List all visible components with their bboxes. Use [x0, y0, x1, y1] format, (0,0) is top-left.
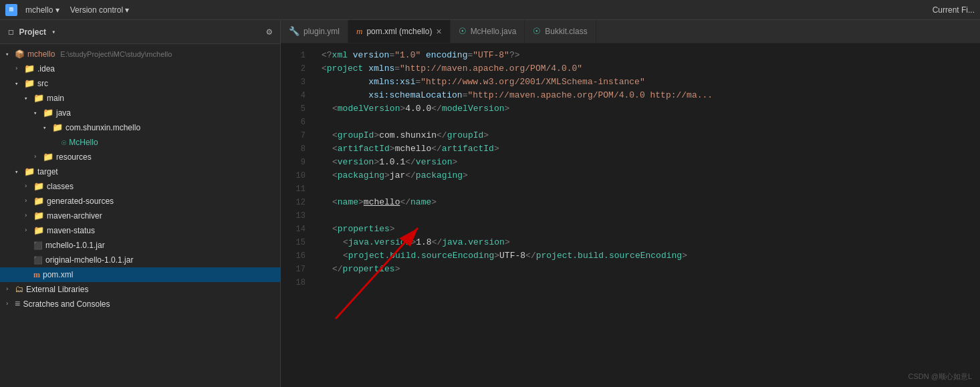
- menu-mchello[interactable]: mchello ▾: [25, 5, 59, 15]
- sidebar-title-arrow: ▾: [51, 28, 55, 36]
- tree-item-scratches[interactable]: › ≡ Scratches and Consoles: [0, 297, 280, 311]
- code-line-16: <project.build.sourceEncoding>UTF-8</pro…: [322, 249, 980, 263]
- label-idea: .idea: [37, 64, 55, 74]
- code-span: mchello: [364, 197, 400, 207]
- tree-item-resources[interactable]: › 📁 resources: [0, 150, 280, 164]
- code-span: xmlns:xsi: [368, 77, 415, 87]
- code-line-6: [322, 116, 980, 129]
- tree-item-maven-archiver[interactable]: › 📁 maven-archiver: [0, 209, 280, 223]
- icon-idea: 📁: [24, 63, 35, 74]
- code-span: com.shunxin: [379, 130, 437, 140]
- tree-item-main[interactable]: ▾ 📁 main: [0, 91, 280, 106]
- code-span: 4.0.0: [405, 104, 431, 114]
- code-span: <: [343, 237, 348, 247]
- code-span: version: [416, 157, 453, 167]
- label-mchello-path: E:\studyProject\iMC\study\mchello: [60, 50, 172, 58]
- tree-item-ext-libs[interactable]: › 🗂 External Libraries: [0, 282, 280, 297]
- code-span: <: [332, 104, 338, 114]
- icon-jar2: ⬛: [33, 256, 43, 265]
- arrow-resources: ›: [33, 154, 40, 160]
- tab-pom-xml[interactable]: m pom.xml (mchello) ×: [348, 20, 451, 43]
- label-mchello-class: McHello: [69, 138, 98, 147]
- tab-close-pom[interactable]: ×: [436, 26, 441, 37]
- tab-mchello-java[interactable]: ☉ McHello.java: [451, 20, 525, 43]
- tab-icon-class: ☉: [533, 26, 541, 36]
- code-span: <: [332, 157, 338, 167]
- code-span: >: [505, 237, 510, 247]
- code-line-1: <?xml version="1.0" encoding="UTF-8"?>: [322, 49, 980, 62]
- tab-plugin-yml[interactable]: 🔧 plugin.yml: [281, 20, 348, 43]
- tab-icon-pom: m: [356, 26, 362, 37]
- tree-item-maven-status[interactable]: › 📁 maven-status: [0, 223, 280, 238]
- code-span: <: [332, 170, 338, 180]
- tree-item-target[interactable]: ▾ 📁 target: [0, 164, 280, 179]
- code-span: >: [390, 224, 395, 234]
- tree-item-mchello-class[interactable]: ☉ McHello: [0, 135, 280, 150]
- arrow-ext-libs: ›: [5, 286, 12, 293]
- code-span: 1.0.1: [379, 157, 405, 167]
- code-line-2: <project xmlns="http://maven.apache.org/…: [322, 62, 980, 76]
- code-span: groupId: [447, 130, 484, 140]
- tab-bukkit-class[interactable]: ☉ Bukkit.class: [525, 20, 596, 43]
- code-span: >: [358, 197, 364, 207]
- tree-item-package[interactable]: ▾ 📁 com.shunxin.mchello: [0, 120, 280, 135]
- line-num-6: 6: [281, 116, 311, 129]
- label-java: java: [56, 108, 71, 118]
- code-span: packaging: [338, 170, 384, 180]
- code-span: "http://www.w3.org/2001/XMLSchema-instan…: [420, 77, 644, 87]
- tree-item-jar2[interactable]: ⬛ original-mchello-1.0.1.jar: [0, 253, 280, 267]
- tree-item-gen-sources[interactable]: › 📁 generated-sources: [0, 194, 280, 209]
- line-num-4: 4: [281, 89, 311, 102]
- icon-src: 📁: [24, 78, 35, 89]
- code-span: <: [332, 144, 338, 154]
- tree-item-src[interactable]: ▾ 📁 src: [0, 76, 280, 91]
- icon-maven-status: 📁: [33, 225, 44, 236]
- code-line-14: <properties>: [322, 223, 980, 236]
- code-span: >: [395, 264, 400, 274]
- icon-maven-archiver: 📁: [33, 211, 44, 221]
- icon-scratches: ≡: [15, 299, 20, 309]
- tree-item-jar1[interactable]: ⬛ mchello-1.0.1.jar: [0, 238, 280, 253]
- code-span: properties: [338, 224, 390, 234]
- code-span: jar: [390, 170, 405, 180]
- menu-version-control[interactable]: Version control ▾: [70, 5, 130, 15]
- code-span: </: [400, 197, 410, 207]
- code-content[interactable]: <?xml version="1.0" encoding="UTF-8"?> <…: [311, 43, 980, 387]
- code-span: >: [390, 144, 395, 154]
- code-span: xmlns: [363, 63, 394, 74]
- code-span: >: [452, 157, 457, 167]
- code-span: modelVersion: [442, 104, 505, 114]
- code-area[interactable]: 1 2 3 4 5 6 7 8 9 10 11 12 13 14 15 16 1…: [281, 43, 980, 387]
- code-span: java.version: [442, 237, 505, 247]
- top-bar-right: Current Fi...: [933, 5, 975, 15]
- icon-classes: 📁: [33, 181, 44, 192]
- code-span: name: [338, 197, 358, 207]
- line-num-17: 17: [281, 263, 311, 276]
- code-span: packaging: [416, 170, 463, 180]
- top-menu: mchello ▾ Version control ▾: [25, 5, 129, 15]
- line-num-13: 13: [281, 209, 311, 223]
- tree-item-idea[interactable]: › 📁 .idea: [0, 61, 280, 76]
- code-span: <: [332, 130, 338, 140]
- code-span: <?: [322, 50, 332, 60]
- arrow-package: ▾: [43, 124, 49, 132]
- label-pom-xml: pom.xml: [43, 270, 73, 279]
- tree-item-java[interactable]: ▾ 📁 java: [0, 106, 280, 120]
- code-span: version: [348, 50, 389, 60]
- code-line-3: xmlns:xsi="http://www.w3.org/2001/XMLSch…: [322, 76, 980, 89]
- arrow-gen-sources: ›: [24, 198, 31, 205]
- tab-icon-java: ☉: [459, 26, 467, 36]
- label-jar1: mchello-1.0.1.jar: [45, 241, 105, 250]
- code-span: <: [332, 197, 338, 207]
- tree-item-mchello[interactable]: ▾ 📦 mchello E:\studyProject\iMC\study\mc…: [0, 47, 280, 61]
- line-num-8: 8: [281, 142, 311, 156]
- tree-item-classes[interactable]: › 📁 classes: [0, 179, 280, 194]
- tree-item-pom-xml[interactable]: m pom.xml: [0, 267, 280, 282]
- label-scratches: Scratches and Consoles: [23, 299, 110, 309]
- code-span: >: [682, 251, 687, 261]
- top-bar: m mchello ▾ Version control ▾ Current Fi…: [0, 0, 980, 20]
- code-span: groupId: [338, 130, 374, 140]
- sidebar-gear-icon[interactable]: ⚙: [267, 26, 272, 37]
- line-num-11: 11: [281, 182, 311, 196]
- icon-jar1: ⬛: [33, 241, 43, 250]
